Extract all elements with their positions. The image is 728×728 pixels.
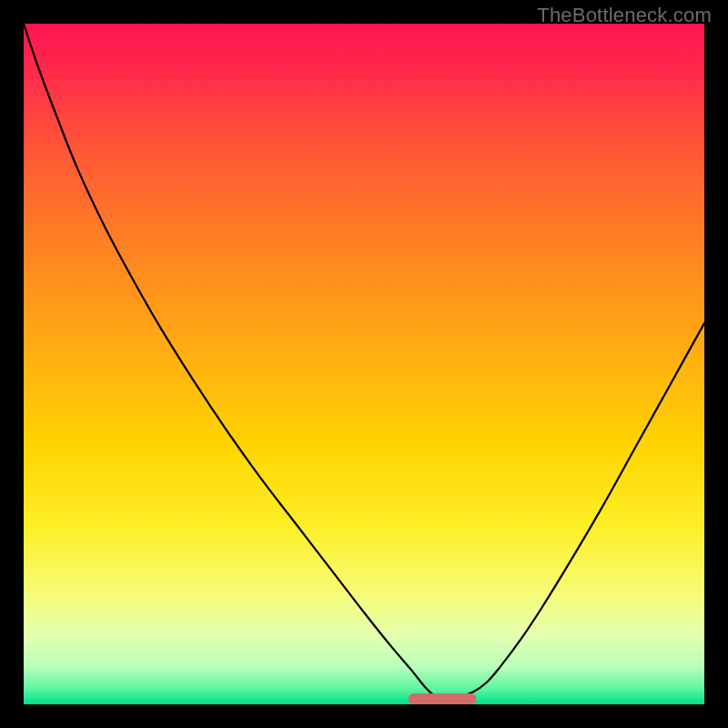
baseline-marker (409, 693, 477, 704)
gradient-background (24, 24, 704, 704)
plot-area (24, 24, 704, 704)
chart-frame: TheBottleneck.com (0, 0, 728, 728)
chart-svg (24, 24, 704, 704)
